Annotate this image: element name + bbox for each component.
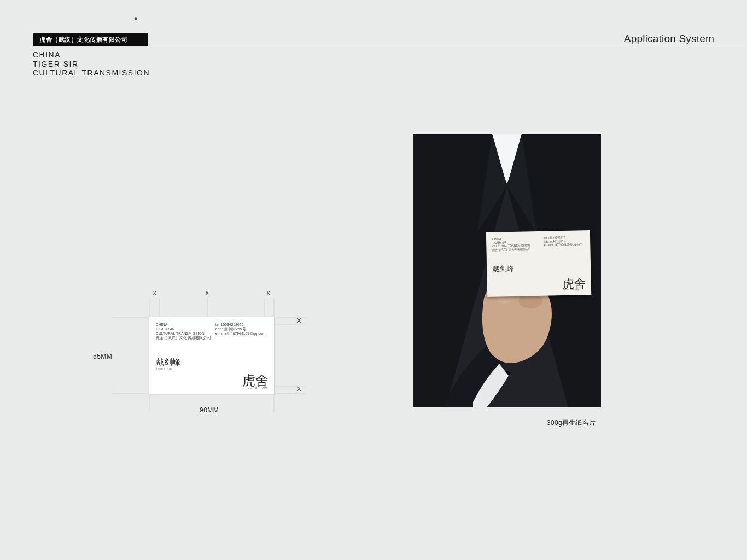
- eng-line-2: TIGER SIR: [33, 60, 150, 69]
- x-margin-label: X: [297, 386, 301, 392]
- english-block: CHINA TIGER SIR CULTURAL TRANSMISSION: [33, 50, 150, 78]
- eng-line-3: CULTURAL TRANSMISSION: [33, 68, 150, 78]
- company-name-bar: 虎舍（武汉）文化传播有限公司: [33, 33, 148, 46]
- card-company-cn: 虎舍（武汉）文化传播有限公司: [156, 336, 215, 340]
- card-email: e－mail: 407964169@qq.com: [215, 331, 267, 336]
- company-name-cn: 虎舍（武汉）文化传播有限公司: [39, 36, 127, 44]
- card-spec: X X X X X 55MM 90MM CHINA TIGER SIR CULT…: [90, 287, 320, 418]
- mc-logo: 虎舍 TIGER SIR · 虎舍: [563, 278, 586, 291]
- photo-mockup: CHINA TIGER SIR CULTURAL TRANSMISSION 虎舍…: [413, 134, 601, 407]
- x-margin-label: X: [205, 290, 209, 296]
- eng-line-1: CHINA: [33, 50, 150, 60]
- card-eng-1: CHINA: [156, 323, 215, 327]
- mc-contact-block: tel:15534252626 add: 胜利街255号 e－mail: 407…: [544, 235, 584, 250]
- card-name: 戴剑峰: [156, 357, 267, 368]
- card-company-block: CHINA TIGER SIR CULTURAL TRANSMISSION 虎舍…: [156, 323, 215, 341]
- business-card-front: CHINA TIGER SIR CULTURAL TRANSMISSION 虎舍…: [149, 317, 274, 394]
- mc-company-cn: 虎舍（武汉）文化传播有限公司: [492, 247, 544, 252]
- x-margin-label: X: [266, 290, 270, 296]
- bullet: •: [134, 14, 137, 25]
- page-title: Application System: [624, 33, 714, 45]
- x-margin-label: X: [297, 317, 301, 324]
- width-label: 90MM: [200, 406, 219, 414]
- card-logo: 虎舍 TIGER SIR · 虎舍: [242, 375, 269, 389]
- mc-company-block: CHINA TIGER SIR CULTURAL TRANSMISSION 虎舍…: [492, 236, 544, 252]
- mc-name: 戴剑峰: [493, 263, 585, 275]
- mc-email: e－mail: 407964169@qq.com: [544, 242, 585, 247]
- mockup-caption: 300g再生纸名片: [547, 418, 596, 428]
- mockup-card: CHINA TIGER SIR CULTURAL TRANSMISSION 虎舍…: [486, 230, 591, 297]
- logo-text: 虎舍: [242, 374, 269, 388]
- card-contact-block: tel:15534252626 add: 胜利街255号 e－mail: 407…: [215, 323, 267, 341]
- card-add: add: 胜利街255号: [215, 327, 267, 331]
- header-rule: [150, 46, 747, 46]
- card-tel: tel:15534252626: [215, 323, 267, 327]
- card-eng-2: TIGER SIR: [156, 327, 215, 331]
- card-eng-3: CULTURAL TRANSMISSION: [156, 331, 215, 336]
- card-name-sub: TIGER SIR: [156, 368, 267, 371]
- height-label: 55MM: [93, 353, 112, 360]
- logo-sub: TIGER SIR · 虎舍: [242, 387, 269, 389]
- x-margin-label: X: [153, 290, 156, 296]
